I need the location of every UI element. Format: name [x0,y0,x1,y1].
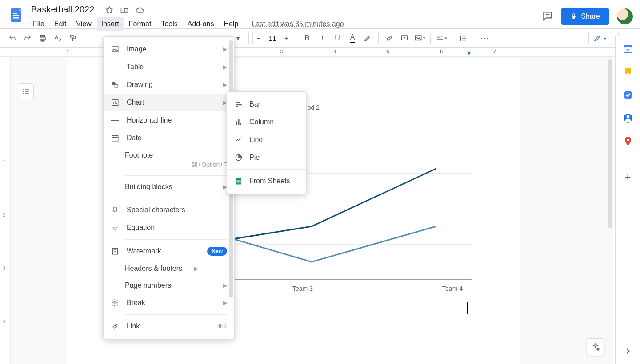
separator [227,169,306,170]
menu-edit[interactable]: Edit [50,17,71,31]
insert-page-numbers-item[interactable]: Page numbers ▶ [104,277,234,294]
separator [474,33,474,44]
menu-label: Date [127,134,227,142]
insert-building-blocks-item[interactable]: Building blocks ▶ [104,178,234,195]
svg-rect-3 [13,13,17,14]
watermark-icon [111,247,120,256]
menu-help[interactable]: Help [219,17,243,31]
account-avatar[interactable] [617,8,633,24]
keep-addon-icon[interactable] [623,67,633,77]
ruler[interactable]: 1 3 4 5 6 7 ▼ [0,48,640,57]
get-addons-icon[interactable]: + [623,172,633,182]
svg-rect-24 [236,122,237,125]
chart-submenu: Bar Column Line Pie From Sheets [227,91,307,194]
insert-date-item[interactable]: Date [104,129,234,147]
calendar-icon [111,134,120,142]
menu-format[interactable]: Format [124,17,156,31]
separator [125,239,227,240]
vruler-tick: 2 [3,212,5,218]
insert-image-button[interactable]: ▾ [412,31,427,45]
chevron-right-icon: ▶ [223,82,227,88]
tasks-addon-icon[interactable] [623,90,633,100]
insert-headers-footers-item[interactable]: Headers & footers ▶ [104,260,234,277]
more-toolbar-button[interactable]: ⋯ [478,31,492,45]
menu-label: Image [127,45,216,53]
side-panel-expand-icon[interactable] [624,347,632,357]
vertical-ruler[interactable]: 1 2 3 4 [0,57,11,364]
share-button[interactable]: Share [561,8,609,25]
insert-comment-button[interactable] [397,31,412,45]
ruler-tick: 4 [333,49,336,54]
last-edit-link[interactable]: Last edit was 35 minutes ago [244,20,344,28]
separator [378,33,379,44]
insert-footnote-item[interactable]: Footnote ⌘+Option+F [104,147,234,173]
highlight-color-button[interactable] [360,31,375,45]
comments-icon[interactable] [542,10,553,23]
docs-logo[interactable] [7,6,25,24]
font-size-increase[interactable]: + [280,32,292,44]
pie-chart-icon [234,153,243,162]
scrollbar[interactable] [608,59,612,228]
cloud-status-icon[interactable] [135,6,145,16]
document-outline-button[interactable] [18,83,34,99]
chart-pie-item[interactable]: Pie [227,149,306,166]
insert-special-characters-item[interactable]: Ω Special characters [104,201,234,219]
star-icon[interactable] [105,6,114,16]
font-size-decrease[interactable]: − [253,32,264,44]
explore-button[interactable] [587,338,604,356]
insert-chart-item[interactable]: Chart ▶ [104,94,234,111]
ruler-tick: 5 [387,49,389,54]
separator [125,198,227,198]
insert-equation-item[interactable]: π² Equation [104,219,234,237]
chart-column-item[interactable]: Column [227,113,306,131]
menu-label: Horizontal line [127,116,227,124]
menu-file[interactable]: File [28,17,49,31]
align-button[interactable]: ▾ [434,31,448,45]
underline-button[interactable]: U [330,31,344,45]
chart-bar-item[interactable]: Bar [227,95,306,113]
chart-line-item[interactable]: Line [227,131,306,149]
insert-horizontal-line-item[interactable]: Horizontal line [104,111,234,129]
insert-table-item[interactable]: Table ▶ [104,58,234,76]
editing-mode-button[interactable]: ▾ [588,32,611,44]
separator [125,175,227,176]
menu-insert[interactable]: Insert [97,17,124,31]
bold-button[interactable]: B [300,31,314,45]
workspace: 1 2 3 4 Period 2 Team 2 Team 3 [0,57,613,364]
move-icon[interactable] [120,6,129,16]
chart-from-sheets-item[interactable]: From Sheets [227,172,306,190]
text-color-button[interactable]: A [345,31,360,45]
indent-marker-icon[interactable]: ▼ [467,51,472,56]
svg-rect-26 [240,123,241,125]
print-button[interactable] [36,31,50,45]
menubar: File Edit View Insert Format Tools Add-o… [28,17,542,31]
document-title[interactable]: Basketball 2022 [28,4,97,16]
insert-link-button[interactable] [382,31,396,45]
italic-button[interactable]: I [315,31,329,45]
spellcheck-button[interactable] [51,31,65,45]
page-break-icon [111,298,120,307]
share-label: Share [581,12,600,20]
contacts-addon-icon[interactable] [623,113,633,123]
svg-rect-21 [236,102,240,103]
menu-label: Pie [249,154,260,162]
insert-break-item[interactable]: Break ▶ [104,294,234,312]
font-size-value[interactable]: 11 [264,35,280,42]
svg-rect-1 [13,15,19,16]
line-spacing-button[interactable] [456,31,470,45]
redo-button[interactable] [20,31,35,45]
column-chart-icon [234,118,243,127]
menu-label: Page numbers [125,281,216,289]
maps-addon-icon[interactable] [623,136,633,146]
insert-link-item[interactable]: Link ⌘K [104,317,234,335]
menu-tools[interactable]: Tools [156,17,182,31]
menu-view[interactable]: View [72,17,96,31]
insert-drawing-item[interactable]: Drawing ▶ [104,76,234,94]
insert-image-item[interactable]: Image ▶ [104,40,234,58]
calendar-addon-icon[interactable]: 31 [623,44,633,54]
insert-watermark-item[interactable]: Watermark New [104,242,234,260]
paint-format-button[interactable] [66,31,80,45]
undo-button[interactable] [5,31,20,45]
menu-addons[interactable]: Add-ons [183,17,219,31]
svg-point-12 [626,115,629,119]
